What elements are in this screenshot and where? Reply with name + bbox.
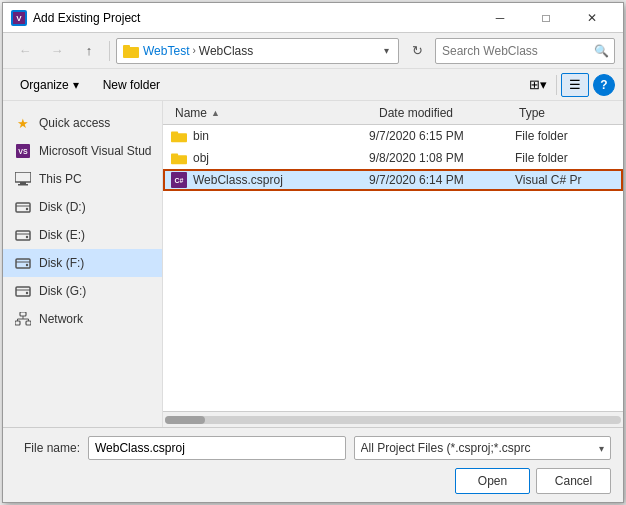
folder-icon	[171, 150, 187, 166]
filename-input[interactable]	[88, 436, 346, 460]
file-list-header: Name ▲ Date modified Type	[163, 101, 623, 125]
breadcrumb-sep1: ›	[192, 45, 195, 56]
svg-point-20	[26, 292, 28, 294]
sidebar-label: Quick access	[39, 116, 110, 130]
sidebar-item-this-pc[interactable]: This PC	[3, 165, 162, 193]
vs-icon: VS	[15, 143, 31, 159]
file-row[interactable]: obj 9/8/2020 1:08 PM File folder	[163, 147, 623, 169]
svg-text:V: V	[16, 14, 22, 23]
sidebar-label: Disk (G:)	[39, 284, 86, 298]
dialog: V Add Existing Project ─ □ ✕ ← → ↑ WebTe…	[2, 2, 624, 503]
view-options-button[interactable]: ⊞▾	[524, 73, 552, 97]
minimize-button[interactable]: ─	[477, 3, 523, 33]
details-view-button[interactable]: ☰	[561, 73, 589, 97]
sidebar-label: Disk (F:)	[39, 256, 84, 270]
svg-rect-18	[16, 287, 30, 296]
svg-text:VS: VS	[18, 148, 28, 155]
file-name: obj	[193, 151, 363, 165]
organize-button[interactable]: Organize ▾	[11, 73, 88, 97]
sidebar-label: Disk (D:)	[39, 200, 86, 214]
file-row[interactable]: bin 9/7/2020 6:15 PM File folder	[163, 125, 623, 147]
breadcrumb-part2: WebClass	[199, 44, 253, 58]
disk-icon	[15, 255, 31, 271]
sidebar-item-disk-g[interactable]: Disk (G:)	[3, 277, 162, 305]
search-wrapper: 🔍	[435, 38, 615, 64]
nav-separator	[109, 41, 110, 61]
sidebar-item-disk-f[interactable]: Disk (F:)	[3, 249, 162, 277]
svg-rect-29	[171, 132, 178, 136]
scrollbar-thumb	[165, 416, 205, 424]
cancel-button[interactable]: Cancel	[536, 468, 611, 494]
file-type: Visual C# Pr	[515, 173, 615, 187]
svg-rect-8	[18, 184, 28, 186]
disk-icon	[15, 227, 31, 243]
svg-point-14	[26, 236, 28, 238]
folder-nav-icon	[123, 43, 139, 59]
up-button[interactable]: ↑	[75, 37, 103, 65]
star-icon: ★	[15, 115, 31, 131]
filter-dropdown[interactable]: All Project Files (*.csproj;*.csprc ▾	[354, 436, 612, 460]
maximize-button[interactable]: □	[523, 3, 569, 33]
svg-rect-15	[16, 259, 30, 268]
title-bar: V Add Existing Project ─ □ ✕	[3, 3, 623, 33]
organize-arrow-icon: ▾	[73, 78, 79, 92]
close-button[interactable]: ✕	[569, 3, 615, 33]
filter-arrow-icon: ▾	[599, 443, 604, 454]
svg-rect-21	[20, 312, 26, 316]
sidebar-item-disk-e[interactable]: Disk (E:)	[3, 221, 162, 249]
col-header-date[interactable]: Date modified	[375, 101, 515, 124]
svg-rect-9	[16, 203, 30, 212]
back-button[interactable]: ←	[11, 37, 39, 65]
sidebar: ★ Quick access VS Microsoft Visual Stud	[3, 101, 163, 427]
filter-text: All Project Files (*.csproj;*.csprc	[361, 441, 600, 455]
svg-rect-31	[171, 154, 178, 158]
open-button[interactable]: Open	[455, 468, 530, 494]
breadcrumb[interactable]: WebTest › WebClass ▾	[116, 38, 399, 64]
network-icon	[15, 311, 31, 327]
file-list: bin 9/7/2020 6:15 PM File folder obj 9/8…	[163, 125, 623, 411]
col-header-type[interactable]: Type	[515, 101, 615, 124]
forward-button[interactable]: →	[43, 37, 71, 65]
disk-icon	[15, 283, 31, 299]
filename-row: File name: All Project Files (*.csproj;*…	[15, 436, 611, 460]
file-type: File folder	[515, 129, 615, 143]
svg-point-17	[26, 264, 28, 266]
nav-bar: ← → ↑ WebTest › WebClass ▾ ↻ 🔍	[3, 33, 623, 69]
search-input[interactable]	[435, 38, 615, 64]
horizontal-scrollbar[interactable]	[163, 411, 623, 427]
folder-icon	[171, 128, 187, 144]
file-list-area: Name ▲ Date modified Type	[163, 101, 623, 427]
view-separator	[556, 75, 557, 95]
file-name: bin	[193, 129, 363, 143]
sidebar-label: Disk (E:)	[39, 228, 85, 242]
col-header-name[interactable]: Name ▲	[171, 101, 375, 124]
dialog-icon: V	[11, 10, 27, 26]
svg-rect-3	[123, 45, 130, 49]
file-date: 9/7/2020 6:14 PM	[369, 173, 509, 187]
sidebar-item-vs[interactable]: VS Microsoft Visual Stud	[3, 137, 162, 165]
organize-label: Organize	[20, 78, 69, 92]
sidebar-item-network[interactable]: Network	[3, 305, 162, 333]
sidebar-item-quick-access[interactable]: ★ Quick access	[3, 109, 162, 137]
file-row-csproj[interactable]: C# WebClass.csproj 9/7/2020 6:14 PM Visu…	[163, 169, 623, 191]
bottom-bar: File name: All Project Files (*.csproj;*…	[3, 427, 623, 502]
file-type: File folder	[515, 151, 615, 165]
file-date: 9/8/2020 1:08 PM	[369, 151, 509, 165]
new-folder-button[interactable]: New folder	[94, 73, 169, 97]
breadcrumb-part1: WebTest	[143, 44, 189, 58]
sidebar-label: Network	[39, 312, 83, 326]
disk-icon	[15, 199, 31, 215]
action-buttons: Open Cancel	[15, 468, 611, 494]
svg-rect-23	[26, 321, 31, 325]
csproj-icon: C#	[171, 172, 187, 188]
svg-text:C#: C#	[175, 177, 184, 184]
pc-icon	[15, 171, 31, 187]
refresh-button[interactable]: ↻	[403, 38, 431, 64]
dialog-title: Add Existing Project	[33, 11, 477, 25]
sidebar-item-disk-d[interactable]: Disk (D:)	[3, 193, 162, 221]
sidebar-label: Microsoft Visual Stud	[39, 144, 152, 158]
filename-label: File name:	[15, 441, 80, 455]
help-button[interactable]: ?	[593, 74, 615, 96]
breadcrumb-dropdown[interactable]: ▾	[384, 45, 389, 56]
details-icon: ☰	[569, 77, 581, 92]
